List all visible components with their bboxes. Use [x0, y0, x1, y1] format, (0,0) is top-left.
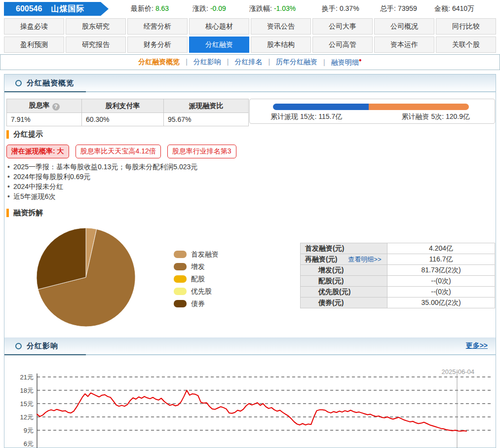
subnav-link-overview[interactable]: 分红融资概览 [138, 58, 180, 67]
new-indicator-dot: ● [359, 57, 362, 63]
help-icon[interactable]: ? [52, 103, 60, 111]
orange-bar-icon [6, 209, 9, 217]
table-row: 再融资(元)查看明细>> 116.7亿 [301, 254, 495, 265]
financing-header: 融资拆解 [6, 208, 43, 218]
legend-swatch [174, 263, 187, 270]
nav-tab[interactable]: 研究报告 [66, 37, 126, 53]
table-value-row: 7.91% 60.30% 95.67% [7, 113, 249, 126]
nav-tab[interactable]: 股本结构 [251, 37, 311, 53]
payout-raise-ratio-value: 95.67% [164, 113, 249, 126]
list-item: 2024中报未分红 [7, 182, 197, 191]
nav-tab-active[interactable]: 分红融资 [189, 37, 249, 53]
legend-item: 债券 [174, 298, 219, 310]
quote-value: 0.37% [340, 4, 359, 12]
row-label: 债券(元) [301, 298, 387, 308]
cumulative-raise-bar [369, 104, 469, 110]
quote-label: 涨跌: [192, 4, 208, 12]
svg-text:6元: 6元 [24, 440, 34, 448]
table-row: 债券(元) 35.00亿(2次) [301, 298, 495, 308]
stock-quote-bar: 600546 山煤国际 最新价:8.63 涨跌:-0.09 涨跌幅:-1.03%… [0, 0, 500, 18]
quote-value: -1.03% [274, 4, 296, 12]
subnav-link-history[interactable]: 历年分红融资 [262, 58, 317, 67]
badge-yield-compare: 股息率比天天宝高4.12倍 [76, 145, 161, 158]
row-label: 配股(元) [301, 276, 387, 287]
tips-badges: 潜在派现概率: 大 股息率比天天宝高4.12倍 股息率行业排名第3 [6, 145, 236, 158]
nav-tab[interactable]: 核心题材 [189, 18, 249, 35]
nav-tab[interactable]: 股东研究 [66, 18, 126, 35]
cumulative-raise-label: 累计融资 5次: 120.9亿 [402, 112, 470, 121]
stock-code: 600546 [16, 4, 42, 13]
row-label-text: 再融资(元) [305, 255, 337, 263]
nav-tab[interactable]: 同行比较 [436, 18, 496, 35]
nav-tab[interactable]: 公司大事 [312, 18, 373, 35]
table-row: 配股(元) --(0次) [301, 276, 495, 287]
table-row: 首发融资(元) 4.204亿 [301, 243, 495, 254]
dividend-yield-value: 7.91% [7, 113, 82, 126]
nav-tab[interactable]: 盈利预测 [4, 37, 64, 53]
row-value: --(0次) [387, 276, 495, 287]
quote-value: 73959 [398, 4, 417, 12]
quote-field: 涨跌幅:-1.03% [249, 4, 296, 13]
row-value: --(0次) [387, 287, 495, 298]
col-label: 股利支付率 [106, 102, 140, 110]
payout-ratio-value: 60.30% [82, 113, 164, 126]
svg-text:12元: 12元 [20, 413, 34, 421]
legend-item: 增发 [174, 261, 219, 273]
bar-labels: 累计派现 15次: 115.7亿 累计融资 5次: 120.9亿 [250, 110, 495, 121]
quote-label: 涨跌幅: [249, 4, 272, 12]
nav-tab[interactable]: 关联个股 [436, 37, 496, 53]
row-value: 35.00亿(2次) [387, 298, 495, 308]
row-value: 4.204亿 [387, 243, 495, 254]
page: 600546 山煤国际 最新价:8.63 涨跌:-0.09 涨跌幅:-1.03%… [0, 0, 500, 448]
nav-tab[interactable]: 资讯公告 [251, 18, 311, 35]
subnav-link-impact[interactable]: 分红影响 [180, 58, 221, 67]
stock-badge: 600546 山煤国际 [4, 2, 109, 16]
section-title: 分红融资概览 [27, 78, 74, 88]
subnav-link-detail-label: 融资明细 [331, 58, 359, 66]
col-dividend-yield: 股息率? [7, 99, 82, 113]
quote-label: 金额: [434, 4, 450, 12]
quote-label: 换手: [322, 4, 338, 12]
legend-label: 债券 [191, 299, 205, 308]
badge-payout-probability: 潜在派现概率: 大 [6, 145, 69, 158]
list-item: 近5年派现6次 [7, 191, 197, 201]
nav-tab[interactable]: 公司高管 [312, 37, 373, 53]
list-item: 2025一季报：基本每股收益0.13元；每股未分配利润5.023元 [7, 162, 197, 172]
financing-pie-chart [32, 223, 140, 332]
legend-label: 首发融资 [191, 250, 219, 259]
legend-item: 优先股 [174, 285, 219, 298]
badge-industry-rank: 股息率行业排名第3 [167, 145, 236, 158]
payout-raise-panel: 累计派现 15次: 115.7亿 累计融资 5次: 120.9亿 [249, 99, 495, 124]
nav-tab[interactable]: 公司概况 [374, 18, 434, 35]
more-link[interactable]: 更多>> [466, 341, 488, 350]
cumulative-payout-label: 累计派现 15次: 115.7亿 [270, 112, 342, 121]
row-label: 增发(元) [301, 265, 387, 276]
nav-tab[interactable]: 经营分析 [127, 18, 188, 35]
legend-swatch [174, 300, 187, 307]
table-row: 优先股(元) --(0次) [301, 287, 495, 298]
quote-label: 总手: [380, 4, 396, 12]
section-title: 分红影响 [27, 341, 58, 351]
quote-field: 换手:0.37% [322, 4, 359, 13]
overview-table: 股息率? 股利支付率 派现融资比 7.91% 60.30% 95.67% [6, 99, 249, 126]
cumulative-payout-bar [273, 104, 369, 110]
quote-value: 8.63 [155, 4, 169, 12]
circle-icon [15, 343, 22, 349]
nav-tab[interactable]: 操盘必读 [4, 18, 64, 35]
financing-title: 融资拆解 [13, 208, 43, 218]
quote-value: 6410万 [452, 4, 474, 12]
subnav-link-ranking[interactable]: 分红排名 [221, 58, 263, 67]
nav-tab[interactable]: 财务分析 [127, 37, 188, 53]
col-label: 股息率 [29, 101, 50, 109]
payout-raise-bar [273, 104, 469, 110]
nav-tab[interactable]: 资本运作 [374, 37, 434, 53]
legend-swatch [174, 288, 187, 295]
svg-text:15元: 15元 [20, 400, 34, 408]
svg-text:18元: 18元 [20, 387, 34, 394]
quote-label: 最新价: [131, 4, 154, 12]
col-label: 派现融资比 [189, 102, 224, 110]
quote-field: 金额:6410万 [434, 4, 474, 13]
subnav-link-detail[interactable]: 融资明细● [317, 57, 362, 67]
financing-table: 首发融资(元) 4.204亿 再融资(元)查看明细>> 116.7亿 增发(元)… [300, 243, 495, 308]
view-detail-link[interactable]: 查看明细>> [348, 256, 381, 263]
